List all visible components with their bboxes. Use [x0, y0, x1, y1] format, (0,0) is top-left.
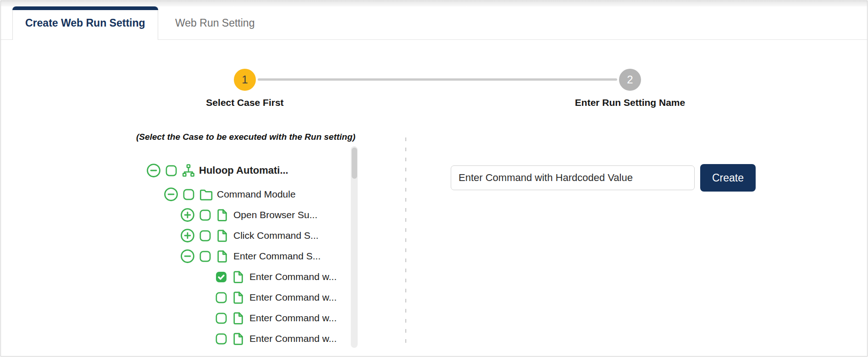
- stepper-step-1: 1 Select Case First: [167, 69, 323, 108]
- tree-item: Huloop Automati...: [138, 160, 350, 181]
- tree-item-label[interactable]: Open Browser Su...: [233, 209, 317, 220]
- case-tree: Huloop Automati...Command ModuleOpen Bro…: [138, 160, 350, 347]
- run-setting-name-input[interactable]: [451, 165, 695, 190]
- org-icon: [181, 163, 196, 178]
- tree-item: Click Command S...: [138, 228, 350, 243]
- tab-label: Web Run Setting: [175, 17, 254, 29]
- stepper-step-2: 2 Enter Run Setting Name: [552, 69, 708, 108]
- doc-icon: [231, 269, 246, 285]
- checkbox-checked-icon[interactable]: [215, 270, 228, 284]
- tree-item-label[interactable]: Enter Command w...: [249, 271, 337, 282]
- step-1-label: Select Case First: [167, 97, 323, 108]
- doc-icon: [215, 228, 230, 243]
- checkbox-unchecked-icon[interactable]: [199, 209, 212, 222]
- tree-item: Open Browser Su...: [138, 207, 350, 223]
- tree-item-label[interactable]: Enter Command w...: [249, 292, 337, 303]
- tree-item: Enter Command w...: [138, 331, 350, 346]
- window-top-strip: [1, 1, 867, 6]
- tree-item-label[interactable]: Enter Command w...: [249, 313, 337, 324]
- tree-item-label[interactable]: Enter Command S...: [233, 251, 321, 262]
- checkbox-unchecked-icon[interactable]: [215, 291, 228, 304]
- tree-item: Enter Command w...: [138, 269, 350, 285]
- create-web-run-setting-page: Create Web Run Setting Web Run Setting 1…: [0, 0, 868, 357]
- tree-item-label[interactable]: Enter Command w...: [249, 333, 337, 344]
- tree-item: Command Module: [138, 187, 350, 202]
- tree-item: Enter Command w...: [138, 310, 350, 326]
- expand-icon[interactable]: [180, 228, 195, 243]
- tree-scrollbar[interactable]: [351, 146, 358, 348]
- panel-divider: [405, 137, 406, 347]
- doc-icon: [231, 331, 246, 346]
- tab-create-web-run-setting[interactable]: Create Web Run Setting: [12, 6, 158, 40]
- folder-icon: [199, 187, 214, 202]
- checkbox-unchecked-icon[interactable]: [165, 164, 178, 177]
- checkbox-unchecked-icon[interactable]: [215, 332, 228, 346]
- doc-icon: [231, 311, 246, 326]
- run-setting-form: Create: [451, 164, 756, 192]
- tree-item-label[interactable]: Command Module: [217, 189, 296, 200]
- collapse-icon[interactable]: [146, 163, 161, 178]
- checkbox-unchecked-icon[interactable]: [182, 188, 195, 201]
- checkbox-unchecked-icon[interactable]: [215, 312, 228, 325]
- step-2-circle: 2: [619, 69, 641, 91]
- tree-item-label[interactable]: Huloop Automati...: [199, 165, 288, 176]
- checkbox-unchecked-icon[interactable]: [199, 229, 212, 242]
- step-1-circle: 1: [234, 69, 256, 91]
- doc-icon: [231, 290, 246, 305]
- tree-scrollbar-thumb[interactable]: [352, 148, 357, 179]
- checkbox-unchecked-icon[interactable]: [199, 250, 212, 263]
- tab-web-run-setting[interactable]: Web Run Setting: [159, 6, 271, 39]
- step-2-label: Enter Run Setting Name: [552, 97, 708, 108]
- collapse-icon[interactable]: [163, 187, 179, 202]
- collapse-icon[interactable]: [180, 248, 195, 264]
- doc-icon: [215, 208, 230, 223]
- tab-label: Create Web Run Setting: [25, 17, 145, 29]
- doc-icon: [215, 249, 230, 264]
- case-select-instruction: (Select the Case to be executed with the…: [136, 132, 355, 142]
- create-button[interactable]: Create: [700, 164, 756, 192]
- tree-item: Enter Command S...: [138, 248, 350, 264]
- tree-item: Enter Command w...: [138, 290, 350, 305]
- tree-item-label[interactable]: Click Command S...: [233, 230, 319, 241]
- expand-icon[interactable]: [180, 207, 195, 223]
